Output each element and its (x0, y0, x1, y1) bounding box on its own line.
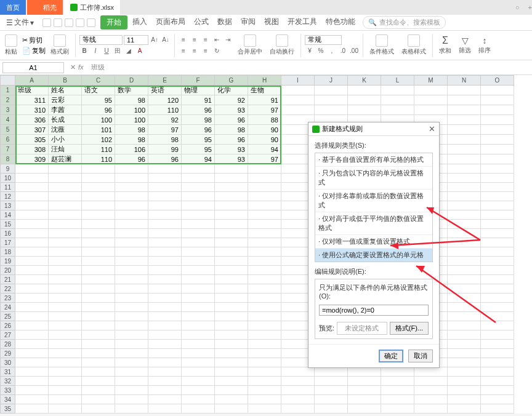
font-color-button[interactable]: A (135, 46, 145, 56)
cell-B25[interactable] (49, 312, 82, 321)
cell-F29[interactable] (182, 349, 215, 358)
cell-H22[interactable] (248, 284, 281, 294)
cell-H15[interactable] (248, 220, 281, 229)
row-head-21[interactable]: 21 (1, 275, 15, 284)
cell-O17[interactable] (481, 238, 514, 247)
table-style-button[interactable]: 表格样式 (399, 34, 429, 56)
cell-G8[interactable]: 93 (215, 154, 248, 164)
cell-J35[interactable] (315, 404, 348, 414)
cell-J2[interactable] (315, 95, 348, 105)
row-head-22[interactable]: 22 (1, 284, 15, 294)
col-head-C[interactable]: C (82, 76, 115, 86)
cell-G1[interactable]: 化学 (215, 86, 248, 95)
cell-E29[interactable] (148, 349, 182, 358)
filter-button[interactable]: ▽ 筛选 (456, 36, 474, 55)
cell-N9[interactable] (448, 164, 481, 174)
align-center-icon[interactable]: ≡ (190, 46, 200, 56)
cell-H2[interactable]: 91 (248, 95, 281, 105)
cell-G32[interactable] (215, 377, 248, 386)
cell-B15[interactable] (49, 220, 82, 229)
cell-O5[interactable] (481, 125, 514, 135)
row-head-10[interactable]: 10 (1, 174, 15, 183)
cell-G17[interactable] (215, 238, 248, 247)
cell-M34[interactable] (414, 395, 448, 404)
cell-C21[interactable] (82, 275, 115, 284)
cell-N4[interactable] (448, 115, 481, 125)
tab-home[interactable]: 首页 (0, 0, 26, 15)
cell-O4[interactable] (481, 115, 514, 125)
cell-B14[interactable] (49, 210, 82, 220)
cell-H10[interactable] (248, 174, 281, 183)
row-head-18[interactable]: 18 (1, 247, 15, 257)
cell-H9[interactable] (248, 164, 281, 174)
rule-type-item-1[interactable]: · 只为包含以下内容的单元格设置格式 (315, 167, 432, 190)
cell-F2[interactable]: 91 (182, 95, 215, 105)
cell-G9[interactable] (215, 164, 248, 174)
cell-I3[interactable] (281, 105, 315, 115)
cell-C23[interactable] (82, 294, 115, 303)
cell-C6[interactable]: 102 (82, 135, 115, 145)
col-head-A[interactable]: A (15, 76, 49, 86)
dialog-titlebar[interactable]: 新建格式规则 ✕ (308, 122, 439, 136)
cell-A18[interactable] (15, 247, 49, 257)
cell-B16[interactable] (49, 229, 82, 238)
cell-O10[interactable] (481, 174, 514, 183)
select-all-corner[interactable] (1, 76, 15, 86)
cell-I1[interactable] (281, 86, 315, 95)
cancel-button[interactable]: 取消 (408, 350, 433, 362)
cell-C29[interactable] (82, 349, 115, 358)
cell-G31[interactable] (215, 367, 248, 377)
cell-E7[interactable]: 99 (148, 145, 182, 154)
font-name-select[interactable] (79, 35, 123, 45)
row-head-20[interactable]: 20 (1, 266, 15, 275)
cell-O9[interactable] (481, 164, 514, 174)
cell-N25[interactable] (448, 312, 481, 321)
cell-E3[interactable]: 110 (148, 105, 182, 115)
cell-H34[interactable] (248, 395, 281, 404)
cell-O21[interactable] (481, 275, 514, 284)
rule-type-item-0[interactable]: · 基于各自值设置所有单元格的格式 (315, 153, 432, 167)
cell-B12[interactable] (49, 192, 82, 201)
cell-L32[interactable] (381, 377, 414, 386)
cell-D34[interactable] (115, 395, 148, 404)
cell-O34[interactable] (481, 395, 514, 404)
cell-G25[interactable] (215, 312, 248, 321)
cell-E2[interactable]: 120 (148, 95, 182, 105)
cell-D19[interactable] (115, 257, 148, 266)
cell-C27[interactable] (82, 330, 115, 340)
cell-E13[interactable] (148, 201, 182, 210)
cell-A30[interactable] (15, 358, 49, 367)
row-head-23[interactable]: 23 (1, 294, 15, 303)
indent-inc-icon[interactable]: ⇥ (223, 35, 233, 45)
cell-E8[interactable]: 96 (148, 154, 182, 164)
cell-M35[interactable] (414, 404, 448, 414)
col-head-I[interactable]: I (281, 76, 315, 86)
cell-E27[interactable] (148, 330, 182, 340)
cell-G28[interactable] (215, 340, 248, 349)
cell-G14[interactable] (215, 210, 248, 220)
cell-C30[interactable] (82, 358, 115, 367)
cell-O22[interactable] (481, 284, 514, 294)
cell-E18[interactable] (148, 247, 182, 257)
cell-D11[interactable] (115, 183, 148, 192)
menu-item-6[interactable]: 视图 (260, 15, 283, 30)
qa-redo-icon[interactable] (87, 18, 95, 27)
cell-N27[interactable] (448, 330, 481, 340)
cell-J31[interactable] (315, 367, 348, 377)
cell-H21[interactable] (248, 275, 281, 284)
row-head-1[interactable]: 1 (1, 86, 15, 95)
cell-B17[interactable] (49, 238, 82, 247)
cell-H14[interactable] (248, 210, 281, 220)
cell-N35[interactable] (448, 404, 481, 414)
menu-item-2[interactable]: 页面布局 (152, 15, 189, 30)
decrease-font-icon[interactable]: A↓ (161, 35, 171, 45)
cell-C11[interactable] (82, 183, 115, 192)
cell-A4[interactable]: 306 (15, 115, 49, 125)
cell-G19[interactable] (215, 257, 248, 266)
cell-O6[interactable] (481, 135, 514, 145)
cell-D23[interactable] (115, 294, 148, 303)
align-bot-icon[interactable]: ≡ (201, 35, 211, 45)
cell-O35[interactable] (481, 404, 514, 414)
cell-D15[interactable] (115, 220, 148, 229)
cell-N31[interactable] (448, 367, 481, 377)
